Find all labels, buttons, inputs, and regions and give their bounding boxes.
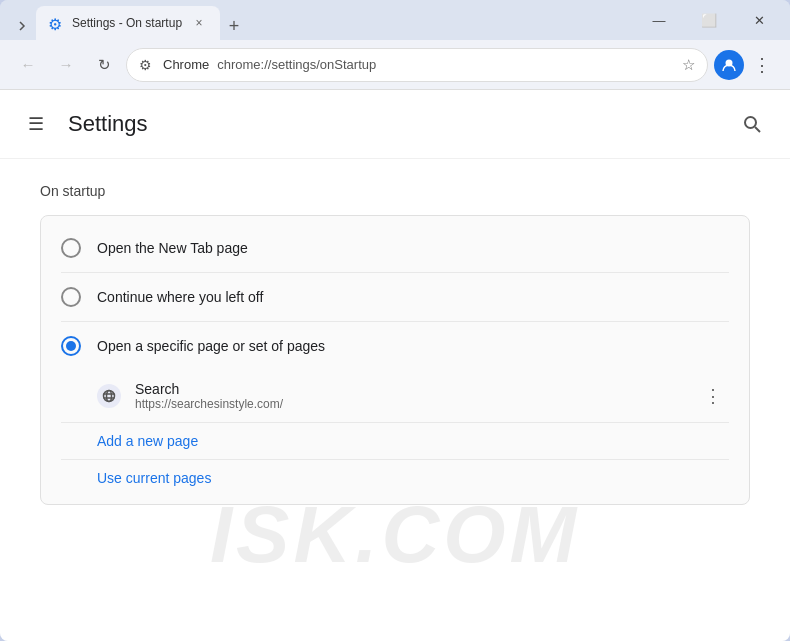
browser-window: ⚙ Settings - On startup × + — ⬜ ✕ ← → ↻ … xyxy=(0,0,790,641)
title-bar: ⚙ Settings - On startup × + — ⬜ ✕ xyxy=(0,0,790,40)
page-entry-url: https://searchesinstyle.com/ xyxy=(135,397,683,411)
option-new-tab-label: Open the New Tab page xyxy=(97,240,248,256)
settings-body: On startup Open the New Tab page Continu… xyxy=(0,159,790,529)
option-new-tab[interactable]: Open the New Tab page xyxy=(41,224,749,272)
address-bar[interactable]: ⚙ Chrome chrome://settings/onStartup ☆ xyxy=(126,48,708,82)
maximize-button[interactable]: ⬜ xyxy=(686,5,732,35)
svg-point-3 xyxy=(104,391,115,402)
option-continue[interactable]: Continue where you left off xyxy=(41,273,749,321)
page-content: ☰ Settings On startup Open the New Tab p… xyxy=(0,90,790,641)
nav-bar: ← → ↻ ⚙ Chrome chrome://settings/onStart… xyxy=(0,40,790,90)
page-entry-info: Search https://searchesinstyle.com/ xyxy=(135,381,683,411)
radio-new-tab xyxy=(61,238,81,258)
address-favicon-icon: ⚙ xyxy=(139,57,155,73)
tab-favicon-icon: ⚙ xyxy=(48,15,64,31)
hamburger-button[interactable]: ☰ xyxy=(20,108,52,140)
new-tab-button[interactable]: + xyxy=(220,12,248,40)
section-title: On startup xyxy=(40,183,750,199)
back-button[interactable]: ← xyxy=(12,49,44,81)
page-entry-favicon-icon xyxy=(97,384,121,408)
settings-header: ☰ Settings xyxy=(0,90,790,159)
use-current-pages-button[interactable]: Use current pages xyxy=(41,460,231,496)
tab-close-button[interactable]: × xyxy=(190,14,208,32)
svg-point-1 xyxy=(745,117,756,128)
minimize-button[interactable]: — xyxy=(636,5,682,35)
tab-scroll-button[interactable] xyxy=(8,12,36,40)
bookmark-star-icon: ☆ xyxy=(682,56,695,74)
page-title: Settings xyxy=(68,111,148,137)
window-controls: — ⬜ ✕ xyxy=(636,5,782,35)
option-continue-label: Continue where you left off xyxy=(97,289,263,305)
settings-header-left: ☰ Settings xyxy=(20,108,148,140)
page-entry-menu-button[interactable]: ⋮ xyxy=(697,380,729,412)
address-url: chrome://settings/onStartup xyxy=(217,57,376,72)
svg-line-2 xyxy=(755,127,760,132)
tab-bar: ⚙ Settings - On startup × + xyxy=(8,0,632,40)
options-card: Open the New Tab page Continue where you… xyxy=(40,215,750,505)
page-entry-name: Search xyxy=(135,381,683,397)
settings-search-button[interactable] xyxy=(734,106,770,142)
option-specific[interactable]: Open a specific page or set of pages xyxy=(41,322,749,370)
svg-point-4 xyxy=(107,391,112,402)
chrome-menu-button[interactable]: ⋮ xyxy=(746,49,778,81)
option-specific-label: Open a specific page or set of pages xyxy=(97,338,325,354)
page-entry: Search https://searchesinstyle.com/ ⋮ xyxy=(41,370,749,422)
tab-title: Settings - On startup xyxy=(72,16,182,30)
forward-button[interactable]: → xyxy=(50,49,82,81)
profile-button[interactable] xyxy=(714,50,744,80)
close-button[interactable]: ✕ xyxy=(736,5,782,35)
radio-continue xyxy=(61,287,81,307)
reload-button[interactable]: ↻ xyxy=(88,49,120,81)
address-site-name: Chrome xyxy=(163,57,209,72)
radio-inner-dot xyxy=(66,341,76,351)
radio-specific xyxy=(61,336,81,356)
add-new-page-button[interactable]: Add a new page xyxy=(41,423,218,459)
active-tab: ⚙ Settings - On startup × xyxy=(36,6,220,40)
nav-right: ⋮ xyxy=(714,49,778,81)
